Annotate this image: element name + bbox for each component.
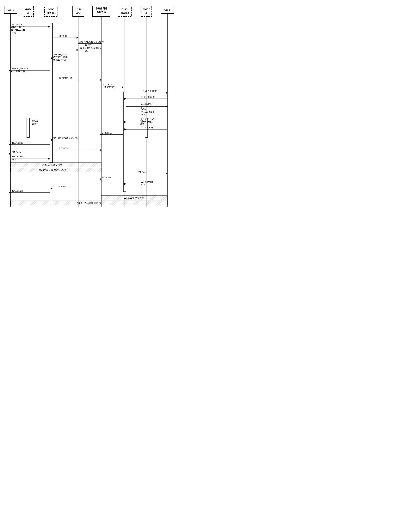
svg-text:222.ANM: 222.ANM (102, 176, 111, 179)
svg-text:MSC: MSC (48, 8, 54, 11)
svg-text:UE A: UE A (7, 8, 14, 11)
svg-text:(ITC='UDI',: (ITC='UDI', (141, 105, 152, 108)
svg-rect-31 (50, 23, 53, 163)
svg-text:MGW: MGW (25, 8, 31, 11)
sequence-diagram: UE A MGW A MSC 服务器A HLR A/B 多媒体回铃 音服务器 M… (2, 4, 174, 209)
svg-text:(ITC='UDI',O: (ITC='UDI',O (11, 26, 24, 29)
svg-text:216.Alerting: 216.Alerting (12, 142, 23, 144)
svg-text:215.携带彩铃信息的ACM: 215.携带彩铃信息的ACM (53, 137, 78, 140)
svg-text:219.H.245建立过程: 219.H.245建立过程 (42, 163, 63, 166)
svg-text:体彩铃标志): 体彩铃标志) (53, 58, 66, 61)
svg-text:H.248: H.248 (32, 120, 38, 123)
svg-text:211.SETUP: 211.SETUP (141, 102, 152, 105)
svg-text:45'): 45') (141, 113, 145, 116)
svg-text:ORA: ORA (141, 108, 146, 111)
svg-text:服务器B: 服务器B (120, 11, 129, 14)
svg-text:205.SRI_ACK: 205.SRI_ACK (53, 53, 67, 56)
svg-rect-32 (27, 118, 30, 137)
svg-text:245'): 245') (11, 31, 16, 34)
svg-rect-15 (118, 6, 131, 16)
svg-text:MSC: MSC (122, 8, 128, 11)
svg-text:(MSRN＋多媒: (MSRN＋多媒 (53, 56, 68, 58)
svg-text:214.ACM: 214.ACM (102, 131, 112, 134)
svg-rect-33 (123, 92, 126, 192)
svg-text:217.ANM: 217.ANM (59, 147, 69, 150)
svg-text:A/B: A/B (76, 11, 80, 14)
svg-text:服务器A: 服务器A (47, 11, 56, 14)
svg-text:RA='H223&H: RA='H223&H (11, 29, 25, 31)
svg-text:221.Connect: 221.Connect (137, 171, 150, 173)
svg-text:224.Connect: 224.Connect (12, 189, 24, 192)
svg-text:201.SETUP: 201.SETUP (11, 23, 22, 26)
svg-text:206.Call_Poceedi: 206.Call_Poceedi (11, 67, 28, 70)
svg-text:207.ISUP IAM: 207.ISUP IAM (59, 77, 73, 80)
svg-text:音服务器: 音服务器 (97, 11, 106, 13)
svg-text:204.返回UE B的漫游号: 204.返回UE B的漫游号 (78, 47, 102, 50)
svg-text:HLR: HLR (75, 8, 81, 11)
svg-text:MGW: MGW (143, 8, 150, 11)
svg-text:223.Connect: 223.Connect (141, 180, 153, 183)
svg-text:游号码: 游号码 (85, 43, 92, 46)
svg-text:209.寻呼请求: 209.寻呼请求 (143, 90, 157, 93)
svg-text:IAM(MSRN): IAM(MSRN) (103, 86, 115, 88)
diagram-container: UE A MGW A MSC 服务器A HLR A/B 多媒体回铃 音服务器 M… (0, 0, 174, 213)
svg-text:226.可视电话通话过程: 226.可视电话通话过程 (77, 201, 101, 204)
svg-text:ACK: ACK (12, 158, 17, 161)
svg-text:过程: 过程 (32, 123, 37, 125)
svg-rect-6 (45, 6, 58, 16)
svg-text:208.ISUP: 208.ISUP (103, 83, 112, 86)
svg-text:225.H.245建立过程: 225.H.245建立过程 (124, 196, 145, 199)
svg-text:220.收看多媒体彩铃过程: 220.收看多媒体彩铃过程 (39, 169, 66, 172)
svg-text:B: B (146, 11, 147, 14)
svg-text:202.SRI: 202.SRI (59, 35, 67, 37)
svg-text:多媒体回铃: 多媒体回铃 (95, 7, 107, 10)
svg-text:210.寻呼响应: 210.寻呼响应 (141, 96, 155, 98)
svg-text:224. ANM: 224. ANM (56, 185, 66, 188)
svg-text:218.Connect: 218.Connect (12, 155, 24, 158)
svg-text:ACK: ACK (141, 183, 146, 186)
svg-text:码: 码 (85, 50, 88, 53)
svg-text:='H.223&H.2: ='H.223&H.2 (141, 111, 154, 113)
svg-text:212.CALL_C: 212.CALL_C (141, 118, 154, 121)
svg-text:213.Alerting: 213.Alerting (141, 126, 153, 129)
svg-text:217.Connect: 217.Connect (12, 151, 24, 154)
svg-text:UE B: UE B (164, 8, 170, 11)
svg-text:A: A (27, 11, 29, 14)
diagram-svg: UE A MGW A MSC 服务器A HLR A/B 多媒体回铃 音服务器 M… (2, 4, 174, 209)
svg-text:ONFIRMED: ONFIRMED (141, 121, 153, 123)
svg-text:203.向MSC服务器B取漫: 203.向MSC服务器B取漫 (79, 41, 104, 43)
svg-text:ng（呼叫过程）: ng（呼叫过程） (11, 70, 28, 72)
